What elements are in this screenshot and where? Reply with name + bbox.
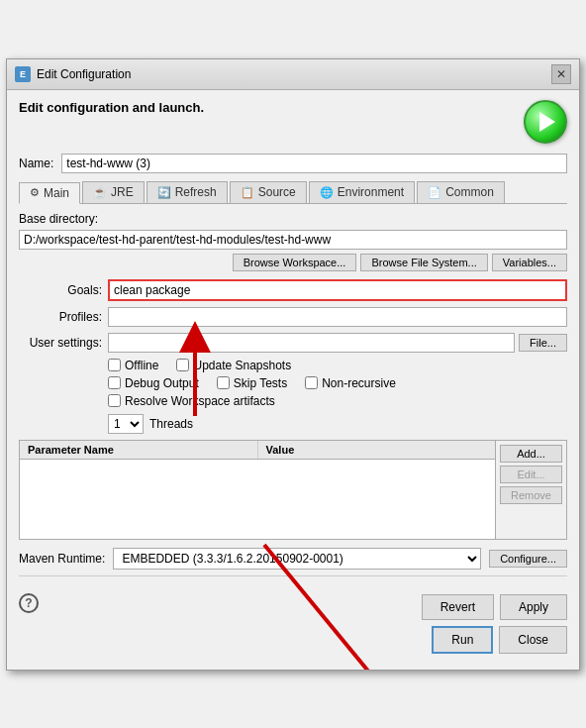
goals-label: Goals: [19, 283, 108, 297]
maven-runtime-label: Maven Runtime: [19, 552, 105, 566]
skip-tests-label: Skip Tests [234, 376, 287, 390]
close-button[interactable]: ✕ [551, 64, 571, 84]
user-settings-input[interactable] [108, 333, 515, 353]
profiles-label: Profiles: [19, 310, 108, 324]
debug-output-checkbox[interactable]: Debug Output [108, 376, 199, 390]
apply-button[interactable]: Apply [500, 594, 567, 620]
configure-button[interactable]: Configure... [489, 550, 567, 568]
tab-refresh-label: Refresh [175, 185, 217, 199]
tab-refresh[interactable]: 🔄 Refresh [146, 181, 228, 203]
maven-runtime-select[interactable]: EMBEDDED (3.3.3/1.6.2.20150902-0001) [113, 548, 481, 570]
run-icon-button[interactable] [524, 100, 567, 144]
header-title: Edit configuration and launch. [19, 100, 204, 115]
name-input[interactable] [61, 154, 567, 173]
threads-select[interactable]: 124 [108, 414, 144, 434]
resolve-workspace-checkbox[interactable]: Resolve Workspace artifacts [108, 394, 275, 408]
param-name-col-header: Parameter Name [20, 441, 258, 459]
tabs-bar: ⚙ Main ☕ JRE 🔄 Refresh 📋 Source 🌐 E [19, 181, 567, 204]
close-dialog-button[interactable]: Close [499, 626, 567, 654]
refresh-tab-icon: 🔄 [157, 186, 171, 199]
base-directory-label: Base directory: [19, 212, 98, 226]
user-settings-label: User settings: [19, 336, 108, 350]
update-snapshots-checkbox[interactable]: Update Snapshots [176, 359, 291, 372]
tab-common-label: Common [445, 185, 494, 199]
tab-environment[interactable]: 🌐 Environment [309, 181, 415, 203]
base-directory-input[interactable] [19, 230, 567, 250]
remove-button[interactable]: Remove [500, 486, 562, 504]
tab-jre-label: JRE [111, 185, 134, 199]
tab-main-label: Main [44, 186, 69, 200]
tab-source[interactable]: 📋 Source [230, 181, 307, 203]
run-button[interactable]: Run [432, 626, 493, 654]
offline-checkbox[interactable]: Offline [108, 359, 158, 372]
revert-button[interactable]: Revert [422, 594, 494, 620]
tab-environment-label: Environment [338, 185, 404, 199]
title-bar: E Edit Configuration ✕ [7, 59, 579, 90]
threads-label: Threads [149, 417, 193, 431]
tab-main[interactable]: ⚙ Main [19, 182, 80, 204]
env-tab-icon: 🌐 [320, 186, 334, 199]
table-body [20, 460, 495, 539]
browse-filesystem-button[interactable]: Browse File System... [360, 254, 487, 271]
goals-input[interactable] [108, 279, 567, 301]
main-tab-icon: ⚙ [30, 186, 40, 199]
param-value-col-header: Value [258, 441, 496, 459]
skip-tests-checkbox[interactable]: Skip Tests [217, 376, 287, 390]
update-snapshots-label: Update Snapshots [193, 359, 291, 372]
add-button[interactable]: Add... [500, 445, 562, 463]
source-tab-icon: 📋 [241, 186, 254, 199]
common-tab-icon: 📄 [428, 186, 441, 199]
variables-button[interactable]: Variables... [492, 254, 567, 271]
non-recursive-label: Non-recursive [322, 376, 396, 390]
jre-tab-icon: ☕ [93, 186, 107, 199]
file-button[interactable]: File... [519, 334, 567, 352]
debug-output-label: Debug Output [125, 376, 199, 390]
offline-label: Offline [125, 359, 158, 372]
help-button[interactable]: ? [19, 593, 39, 613]
resolve-workspace-label: Resolve Workspace artifacts [125, 394, 275, 408]
tab-jre[interactable]: ☕ JRE [82, 181, 145, 203]
dialog-title: Edit Configuration [37, 67, 131, 81]
browse-workspace-button[interactable]: Browse Workspace... [233, 254, 357, 271]
dialog-icon: E [15, 66, 31, 82]
edit-button[interactable]: Edit... [500, 466, 562, 483]
tab-source-label: Source [258, 185, 296, 199]
name-label: Name: [19, 156, 53, 170]
non-recursive-checkbox[interactable]: Non-recursive [305, 376, 396, 390]
parameter-table: Parameter Name Value Add... Edit... Remo… [19, 440, 567, 540]
tab-common[interactable]: 📄 Common [417, 181, 505, 203]
profiles-input[interactable] [108, 307, 567, 327]
